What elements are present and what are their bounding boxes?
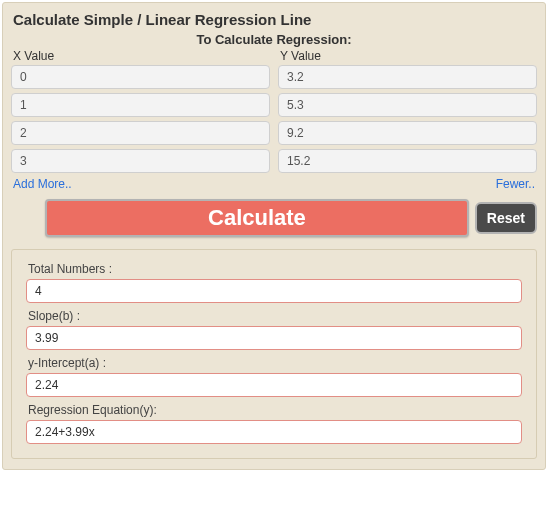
y-value-input[interactable] — [278, 65, 537, 89]
y-value-input[interactable] — [278, 149, 537, 173]
x-value-input[interactable] — [11, 65, 270, 89]
x-value-input[interactable] — [11, 149, 270, 173]
total-numbers-output[interactable] — [26, 279, 522, 303]
panel-heading: Calculate Simple / Linear Regression Lin… — [11, 9, 537, 32]
intercept-output[interactable] — [26, 373, 522, 397]
y-column: Y Value — [278, 49, 537, 177]
intercept-label: y-Intercept(a) : — [28, 356, 522, 370]
y-value-input[interactable] — [278, 121, 537, 145]
x-column: X Value — [11, 49, 270, 177]
equation-output[interactable] — [26, 420, 522, 444]
x-value-input[interactable] — [11, 121, 270, 145]
fewer-link[interactable]: Fewer.. — [496, 177, 535, 191]
total-numbers-label: Total Numbers : — [28, 262, 522, 276]
add-more-link[interactable]: Add More.. — [13, 177, 72, 191]
row-controls: Add More.. Fewer.. — [11, 177, 537, 191]
slope-output[interactable] — [26, 326, 522, 350]
equation-label: Regression Equation(y): — [28, 403, 522, 417]
x-column-label: X Value — [11, 49, 270, 65]
calculate-button[interactable]: Calculate — [45, 199, 469, 237]
regression-calculator-panel: Calculate Simple / Linear Regression Lin… — [2, 2, 546, 470]
reset-button[interactable]: Reset — [475, 202, 537, 234]
value-columns: X Value Y Value — [11, 49, 537, 177]
panel-subheading: To Calculate Regression: — [11, 32, 537, 49]
y-column-label: Y Value — [278, 49, 537, 65]
y-value-input[interactable] — [278, 93, 537, 117]
results-panel: Total Numbers : Slope(b) : y-Intercept(a… — [11, 249, 537, 459]
slope-label: Slope(b) : — [28, 309, 522, 323]
button-row: Calculate Reset — [11, 191, 537, 243]
x-value-input[interactable] — [11, 93, 270, 117]
